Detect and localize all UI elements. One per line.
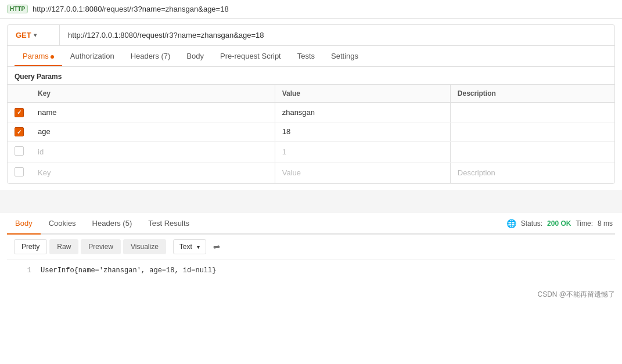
- new-row-checkbox-cell: [8, 163, 31, 183]
- row2-checkbox-cell: [8, 122, 31, 142]
- row3-desc[interactable]: [450, 142, 614, 163]
- code-area: 1 UserInfo{name='zhansgan', age=18, id=n…: [7, 260, 615, 282]
- text-dropdown-chevron-icon: ▾: [197, 244, 200, 250]
- tab-params[interactable]: Params: [15, 46, 62, 66]
- format-toolbar: Pretty Raw Preview Visualize Text ▾ ⇌: [7, 235, 615, 260]
- row1-checkbox[interactable]: [15, 108, 24, 117]
- method-select[interactable]: GET ▾: [8, 25, 60, 45]
- new-row-checkbox[interactable]: [15, 167, 24, 176]
- globe-icon: 🌐: [506, 219, 516, 228]
- new-row-value[interactable]: Value: [275, 163, 450, 183]
- new-row-desc[interactable]: Description: [450, 163, 614, 183]
- row1-desc[interactable]: [450, 103, 614, 122]
- row1-value[interactable]: zhansgan: [275, 103, 450, 122]
- new-row-key[interactable]: Key: [31, 163, 275, 183]
- text-format-label: Text: [179, 243, 192, 251]
- row2-checkbox[interactable]: [15, 127, 24, 136]
- status-label: Status:: [521, 219, 542, 228]
- response-panel: Body Cookies Headers (5) Test Results 🌐 …: [7, 213, 615, 282]
- table-row: id 1: [8, 142, 614, 163]
- time-value: 8 ms: [598, 219, 613, 228]
- col-checkbox: [8, 85, 31, 103]
- tab-tests[interactable]: Tests: [289, 46, 323, 66]
- address-url: http://127.0.0.1:8080/request/r3?name=zh…: [33, 5, 229, 13]
- table-row-new: Key Value Description: [8, 163, 614, 183]
- code-content: UserInfo{name='zhansgan', age=18, id=nul…: [41, 266, 216, 275]
- table-row: age 18: [8, 122, 614, 142]
- row2-desc[interactable]: [450, 122, 614, 142]
- row3-value[interactable]: 1: [275, 142, 450, 163]
- response-tabs: Body Cookies Headers (5) Test Results 🌐 …: [7, 213, 615, 235]
- resp-tab-headers[interactable]: Headers (5): [84, 213, 141, 233]
- row3-checkbox[interactable]: [15, 146, 24, 156]
- resp-tab-test-results[interactable]: Test Results: [140, 213, 197, 233]
- format-pretty-button[interactable]: Pretty: [14, 239, 47, 254]
- col-value: Value: [275, 85, 450, 103]
- text-format-dropdown[interactable]: Text ▾: [173, 239, 206, 254]
- table-row: name zhansgan: [8, 103, 614, 122]
- row1-key[interactable]: name: [31, 103, 275, 122]
- format-raw-button[interactable]: Raw: [49, 239, 78, 254]
- row1-checkbox-cell: [8, 103, 31, 122]
- line-number: 1: [14, 266, 31, 275]
- params-dot: [51, 55, 54, 59]
- status-value: 200 OK: [547, 219, 571, 228]
- tab-settings[interactable]: Settings: [323, 46, 366, 66]
- method-label: GET: [16, 31, 31, 39]
- method-chevron-icon: ▾: [34, 32, 37, 38]
- row2-value[interactable]: 18: [275, 122, 450, 142]
- http-badge: HTTP: [7, 5, 28, 13]
- row2-key[interactable]: age: [31, 122, 275, 142]
- tab-prerequest[interactable]: Pre-request Script: [212, 46, 289, 66]
- resp-tab-cookies[interactable]: Cookies: [41, 213, 84, 233]
- row3-checkbox-cell: [8, 142, 31, 163]
- query-params-title: Query Params: [8, 67, 614, 84]
- address-bar: HTTP http://127.0.0.1:8080/request/r3?na…: [0, 0, 622, 19]
- format-visualize-button[interactable]: Visualize: [123, 239, 166, 254]
- tab-body[interactable]: Body: [178, 46, 212, 66]
- code-line-1: 1 UserInfo{name='zhansgan', age=18, id=n…: [7, 265, 615, 276]
- request-panel: GET ▾ http://127.0.0.1:8080/request/r3?n…: [7, 24, 615, 184]
- url-row: GET ▾ http://127.0.0.1:8080/request/r3?n…: [8, 25, 614, 46]
- col-desc: Description: [450, 85, 614, 103]
- tab-headers[interactable]: Headers (7): [123, 46, 179, 66]
- panel-divider: [0, 190, 622, 213]
- footer-credit: CSDN @不能再留遗憾了: [0, 287, 622, 302]
- params-table: Key Value Description name zhansgan age: [8, 84, 614, 183]
- wrap-icon[interactable]: ⇌: [213, 242, 220, 251]
- url-input[interactable]: http://127.0.0.1:8080/request/r3?name=zh…: [60, 25, 614, 45]
- response-status: 🌐 Status: 200 OK Time: 8 ms: [506, 219, 615, 228]
- format-preview-button[interactable]: Preview: [81, 239, 121, 254]
- col-key: Key: [31, 85, 275, 103]
- time-label: Time:: [576, 219, 593, 228]
- request-tabs: Params Authorization Headers (7) Body Pr…: [8, 46, 614, 67]
- tab-authorization[interactable]: Authorization: [62, 46, 123, 66]
- row3-key[interactable]: id: [31, 142, 275, 163]
- resp-tab-body[interactable]: Body: [7, 213, 41, 233]
